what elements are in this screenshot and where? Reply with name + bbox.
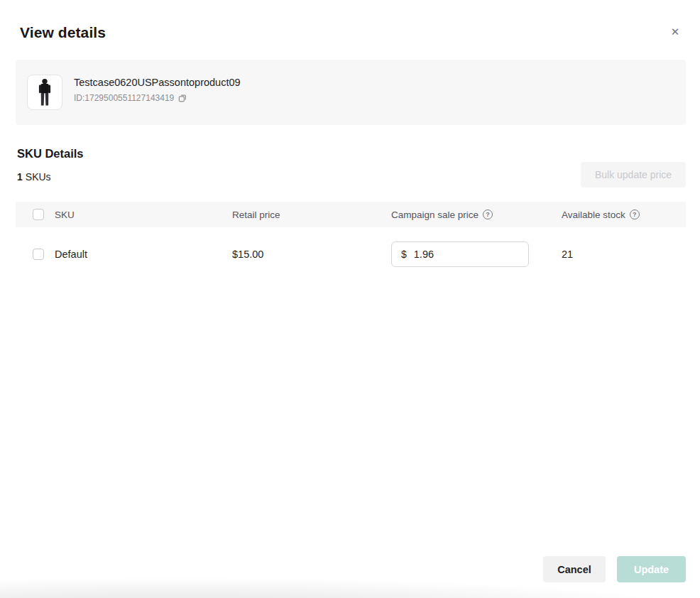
copy-icon[interactable] (177, 93, 187, 103)
header-campaign-label: Campaign sale price (391, 210, 478, 220)
table-header-row: SKU Retail price Campaign sale price ? A… (16, 202, 686, 227)
header-cell-available-stock: Available stock ? (546, 210, 686, 220)
update-button[interactable]: Update (617, 556, 686, 582)
row-cell-sku: Default (16, 249, 232, 260)
modal-header: View details (0, 0, 700, 41)
product-info: Testcase0620USPassontoproduct09 ID:17295… (74, 75, 241, 103)
row-checkbox[interactable] (33, 249, 44, 260)
campaign-price-help-icon[interactable]: ? (483, 210, 493, 219)
available-stock-value: 21 (562, 249, 573, 260)
header-stock-label: Available stock (562, 210, 625, 220)
sku-details-heading: SKU Details (17, 147, 700, 161)
campaign-price-input[interactable] (414, 249, 519, 260)
row-cell-available-stock: 21 (546, 249, 686, 260)
sku-count-number: 1 (17, 171, 23, 183)
cancel-button[interactable]: Cancel (543, 556, 606, 582)
product-id-row: ID:1729500551127143419 (74, 93, 241, 103)
modal-footer: Cancel Update (543, 556, 686, 582)
campaign-price-field: $ (391, 241, 529, 267)
product-card: Testcase0620USPassontoproduct09 ID:17295… (16, 60, 686, 125)
view-details-modal: View details ✕ Testcase0620USPassontopro… (0, 0, 700, 598)
header-cell-sku: SKU (16, 209, 232, 220)
product-image-person (29, 77, 60, 108)
sku-count-label: SKUs (26, 171, 51, 183)
header-cell-retail-price: Retail price (232, 210, 391, 220)
sku-name: Default (55, 249, 87, 260)
available-stock-help-icon[interactable]: ? (630, 210, 640, 219)
bulk-update-price-button[interactable]: Bulk update price (581, 162, 686, 187)
product-name: Testcase0620USPassontoproduct09 (74, 77, 241, 88)
row-cell-campaign-sale-price: $ (391, 241, 546, 267)
sku-table: SKU Retail price Campaign sale price ? A… (16, 202, 686, 281)
close-icon[interactable]: ✕ (667, 24, 683, 40)
row-cell-retail-price: $15.00 (232, 249, 391, 260)
header-cell-campaign-sale-price: Campaign sale price ? (391, 210, 546, 220)
modal-title: View details (20, 24, 680, 41)
product-id: ID:1729500551127143419 (74, 93, 174, 103)
header-sku-label: SKU (55, 210, 75, 220)
table-row: Default $15.00 $ 21 (16, 227, 686, 281)
product-thumbnail (27, 75, 62, 110)
select-all-checkbox[interactable] (33, 209, 44, 220)
currency-symbol: $ (401, 249, 407, 260)
